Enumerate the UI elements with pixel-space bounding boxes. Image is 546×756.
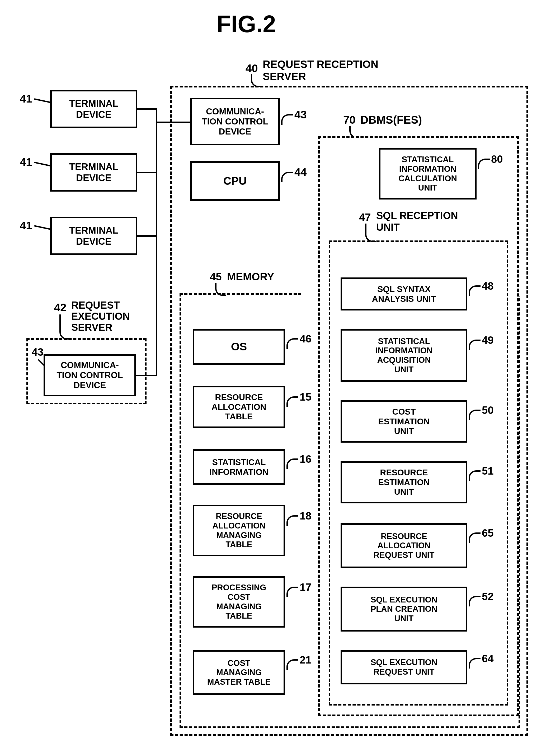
sicu-label: STATISTICAL INFORMATION CALCULATION UNIT [398, 155, 457, 193]
terminal-label-2: TERMINAL DEVICE [69, 161, 118, 183]
ref-64: 64 [482, 653, 494, 665]
label-45: MEMORY [227, 271, 274, 283]
terminal-label-3: TERMINAL DEVICE [69, 225, 118, 247]
diagram-canvas: FIG.2 41 TERMINAL DEVICE 41 TERMINAL DEV… [11, 11, 535, 745]
lead-47 [365, 224, 376, 242]
ref-16: 16 [300, 453, 311, 465]
ref-50: 50 [482, 404, 494, 416]
sql-execution-plan-creation-unit: SQL EXECUTION PLAN CREATION UNIT [340, 587, 467, 632]
resource-allocation-table: RESOURCE ALLOCATION TABLE [193, 386, 285, 428]
lead-41-a [34, 98, 50, 103]
ref-65: 65 [482, 527, 494, 539]
ref-52: 52 [482, 591, 494, 602]
ref-45: 45 [210, 271, 222, 283]
cmmt-label: COST MANAGING MASTER TABLE [207, 658, 271, 687]
statistical-info-acquisition-unit: STATISTICAL INFORMATION ACQUISITION UNIT [340, 329, 467, 382]
os: OS [193, 329, 285, 365]
reu-label: RESOURCE ESTIMATION UNIT [378, 468, 430, 497]
ref-44: 44 [294, 166, 307, 179]
resource-allocation-request-unit: RESOURCE ALLOCATION REQUEST UNIT [340, 523, 467, 568]
ref-18: 18 [300, 510, 311, 522]
bus-vertical [156, 108, 157, 376]
ref-41-a: 41 [20, 92, 32, 105]
ref-46: 46 [300, 333, 311, 345]
ref-41-c: 41 [20, 219, 32, 232]
processing-cost-managing-table: PROCESSING COST MANAGING TABLE [193, 576, 285, 628]
lead-40 [251, 74, 262, 87]
os-label: OS [231, 340, 247, 353]
rat-label: RESOURCE ALLOCATION TABLE [212, 392, 266, 421]
cost-estimation-unit: COST ESTIMATION UNIT [340, 400, 467, 443]
ref-51: 51 [482, 465, 494, 477]
siau-label: STATISTICAL INFORMATION ACQUISITION UNIT [375, 337, 432, 374]
ramt-label: RESOURCE ALLOCATION MANAGING TABLE [213, 512, 266, 549]
terminal-device-2: TERMINAL DEVICE [50, 153, 137, 192]
raru-label: RESOURCE ALLOCATION REQUEST UNIT [373, 532, 435, 560]
resource-allocation-managing-table: RESOURCE ALLOCATION MANAGING TABLE [193, 505, 285, 556]
terminal-device-3: TERMINAL DEVICE [50, 217, 137, 255]
cost-managing-master-table: COST MANAGING MASTER TABLE [193, 650, 285, 695]
comm-control-recep-label: COMMUNICA- TION CONTROL DEVICE [202, 106, 268, 137]
comm-control-recep: COMMUNICA- TION CONTROL DEVICE [190, 98, 280, 145]
bus-to-recep [156, 122, 190, 123]
label-40: REQUEST RECEPTION SERVER [263, 58, 378, 82]
lead-41-b [34, 162, 50, 166]
ref-15: 15 [300, 391, 311, 403]
terminal-device-1: TERMINAL DEVICE [50, 90, 137, 128]
label-47: SQL RECEPTION UNIT [376, 210, 458, 233]
ssau-label: SQL SYNTAX ANALYSIS UNIT [372, 284, 436, 304]
lead-41-c [34, 225, 50, 230]
ref-47: 47 [359, 211, 371, 223]
figure-title: FIG.2 [217, 11, 276, 38]
conn-t1 [137, 108, 157, 110]
ref-43-exec: 43 [32, 346, 44, 358]
seru-label: SQL EXECUTION REQUEST UNIT [371, 658, 437, 676]
ref-49: 49 [482, 334, 494, 346]
terminal-label-1: TERMINAL DEVICE [69, 98, 118, 120]
comm-control-exec: COMMUNICA- TION CONTROL DEVICE [44, 354, 136, 396]
conn-t3 [137, 235, 157, 237]
pcmt-label: PROCESSING COST MANAGING TABLE [212, 583, 267, 621]
sql-syntax-analysis-unit: SQL SYNTAX ANALYSIS UNIT [340, 277, 467, 310]
ref-21: 21 [300, 654, 311, 666]
ref-41-b: 41 [20, 156, 32, 169]
ref-48: 48 [482, 280, 494, 292]
comm-control-exec-label: COMMUNICA- TION CONTROL DEVICE [57, 360, 123, 390]
label-70: DBMS(FES) [360, 114, 422, 126]
lead-42 [59, 314, 70, 340]
si-label: STATISTICAL INFORMATION [209, 457, 268, 477]
ref-40: 40 [246, 62, 258, 75]
statistical-information: STATISTICAL INFORMATION [193, 449, 285, 485]
ref-43-recep: 43 [294, 108, 307, 121]
label-42: REQUEST EXECUTION SERVER [71, 300, 130, 333]
cpu: CPU [190, 161, 280, 201]
ref-42: 42 [54, 301, 67, 314]
ref-17: 17 [300, 581, 311, 593]
ref-70: 70 [343, 114, 356, 126]
conn-exec [136, 375, 157, 376]
cpu-label: CPU [223, 175, 247, 187]
ceu-label: COST ESTIMATION UNIT [378, 407, 430, 436]
sepcu-label: SQL EXECUTION PLAN CREATION UNIT [371, 595, 437, 623]
ref-80: 80 [491, 153, 503, 165]
resource-estimation-unit: RESOURCE ESTIMATION UNIT [340, 461, 467, 503]
conn-t2 [137, 172, 157, 173]
statistical-info-calc-unit: STATISTICAL INFORMATION CALCULATION UNIT [379, 148, 477, 200]
sql-execution-request-unit: SQL EXECUTION REQUEST UNIT [340, 650, 467, 684]
